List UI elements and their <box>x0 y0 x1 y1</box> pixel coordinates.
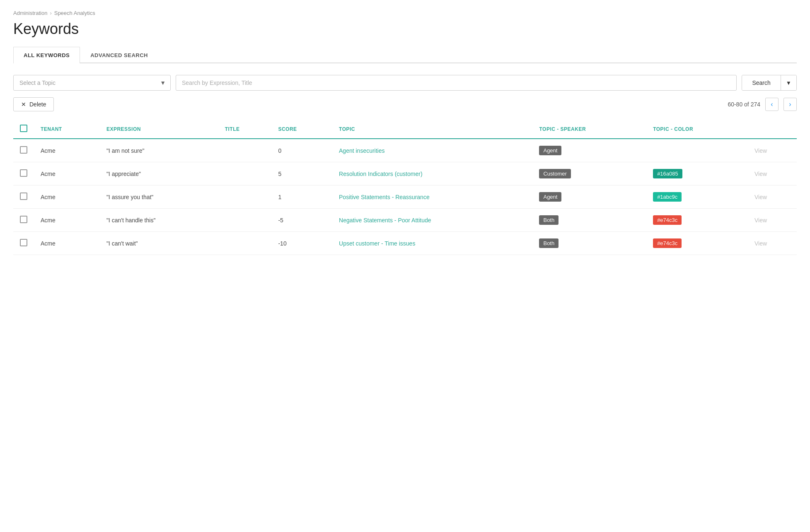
view-link[interactable]: View <box>754 240 767 247</box>
row-topic[interactable]: Agent insecurities <box>332 139 532 162</box>
row-checkbox-cell <box>13 162 34 185</box>
pagination-info: 60-80 of 274 ‹ › <box>728 98 797 111</box>
tab-advanced-search[interactable]: ADVANCED SEARCH <box>80 47 158 63</box>
delete-button[interactable]: ✕ Delete <box>13 97 54 111</box>
table-row: Acme "I am not sure" 0 Agent insecuritie… <box>13 139 797 162</box>
topic-link[interactable]: Agent insecurities <box>339 147 385 154</box>
breadcrumb-separator: › <box>50 10 51 16</box>
view-link[interactable]: View <box>754 147 767 154</box>
row-checkbox-cell <box>13 209 34 232</box>
row-expression: "I can't wait" <box>100 232 218 255</box>
row-checkbox[interactable] <box>20 169 27 177</box>
row-title <box>218 209 272 232</box>
view-link[interactable]: View <box>754 171 767 177</box>
tabs-container: ALL KEYWORDS ADVANCED SEARCH <box>13 46 797 63</box>
table-row: Acme "I can't wait" -10 Upset customer -… <box>13 232 797 255</box>
row-title <box>218 232 272 255</box>
breadcrumb-admin[interactable]: Administration <box>13 10 47 16</box>
row-color <box>646 139 748 162</box>
row-score: 1 <box>271 185 332 209</box>
speaker-badge: Both <box>539 238 559 248</box>
row-expression: "I can't handle this" <box>100 209 218 232</box>
row-expression: "I am not sure" <box>100 139 218 162</box>
pagination-next-button[interactable]: › <box>783 98 797 111</box>
th-tenant: TENANT <box>34 120 100 139</box>
speaker-badge: Customer <box>539 169 571 178</box>
view-link[interactable]: View <box>754 194 767 200</box>
row-score: 0 <box>271 139 332 162</box>
select-all-checkbox[interactable] <box>20 125 27 132</box>
row-checkbox-cell <box>13 232 34 255</box>
row-speaker: Agent <box>532 185 646 209</box>
row-title <box>218 162 272 185</box>
tab-all-keywords[interactable]: ALL KEYWORDS <box>13 47 80 63</box>
th-topic: TOPIC <box>332 120 532 139</box>
topic-select-wrapper: Select a Topic ▼ <box>13 75 171 91</box>
close-icon: ✕ <box>21 101 26 108</box>
keywords-table: TENANT EXPRESSION TITLE SCORE TOPIC TOPI… <box>13 120 797 255</box>
color-badge: #e74c3c <box>653 215 682 225</box>
row-color: #e74c3c <box>646 209 748 232</box>
row-topic[interactable]: Upset customer - Time issues <box>332 232 532 255</box>
color-badge: #16a085 <box>653 169 682 178</box>
row-score: 5 <box>271 162 332 185</box>
row-speaker: Both <box>532 209 646 232</box>
row-tenant: Acme <box>34 162 100 185</box>
color-badge: #1abc9c <box>653 192 682 202</box>
row-score: -10 <box>271 232 332 255</box>
row-view[interactable]: View <box>748 185 797 209</box>
row-checkbox[interactable] <box>20 239 27 246</box>
filters-row: Select a Topic ▼ Search ▼ <box>13 75 797 91</box>
row-tenant: Acme <box>34 232 100 255</box>
row-view[interactable]: View <box>748 209 797 232</box>
topic-link[interactable]: Resolution Indicators (customer) <box>339 171 423 177</box>
row-view[interactable]: View <box>748 139 797 162</box>
th-topic-color: TOPIC - COLOR <box>646 120 748 139</box>
search-dropdown-button[interactable]: ▼ <box>781 75 796 90</box>
search-btn-group: Search ▼ <box>742 75 797 91</box>
row-view[interactable]: View <box>748 232 797 255</box>
row-topic[interactable]: Negative Statements - Poor Attitude <box>332 209 532 232</box>
topic-link[interactable]: Upset customer - Time issues <box>339 240 415 247</box>
row-score: -5 <box>271 209 332 232</box>
row-topic[interactable]: Positive Statements - Reassurance <box>332 185 532 209</box>
table-row: Acme "I can't handle this" -5 Negative S… <box>13 209 797 232</box>
row-speaker: Customer <box>532 162 646 185</box>
pagination-prev-button[interactable]: ‹ <box>765 98 779 111</box>
row-view[interactable]: View <box>748 162 797 185</box>
table-row: Acme "I appreciate" 5 Resolution Indicat… <box>13 162 797 185</box>
row-speaker: Both <box>532 232 646 255</box>
row-tenant: Acme <box>34 139 100 162</box>
row-checkbox[interactable] <box>20 193 27 200</box>
view-link[interactable]: View <box>754 217 767 224</box>
speaker-badge: Agent <box>539 192 561 202</box>
search-input[interactable] <box>176 75 737 91</box>
row-checkbox[interactable] <box>20 216 27 223</box>
row-tenant: Acme <box>34 185 100 209</box>
th-checkbox <box>13 120 34 139</box>
search-button[interactable]: Search <box>742 75 780 90</box>
page-title: Keywords <box>13 20 797 38</box>
row-title <box>218 185 272 209</box>
topic-link[interactable]: Positive Statements - Reassurance <box>339 194 430 200</box>
topic-link[interactable]: Negative Statements - Poor Attitude <box>339 217 431 224</box>
row-checkbox-cell <box>13 139 34 162</box>
delete-label: Delete <box>29 101 46 108</box>
row-topic[interactable]: Resolution Indicators (customer) <box>332 162 532 185</box>
row-checkbox[interactable] <box>20 146 27 154</box>
th-title: TITLE <box>218 120 272 139</box>
table-row: Acme "I assure you that" 1 Positive Stat… <box>13 185 797 209</box>
breadcrumb-speech[interactable]: Speech Analytics <box>54 10 95 16</box>
row-expression: "I appreciate" <box>100 162 218 185</box>
row-color: #e74c3c <box>646 232 748 255</box>
th-score: SCORE <box>271 120 332 139</box>
row-title <box>218 139 272 162</box>
th-expression: EXPRESSION <box>100 120 218 139</box>
color-badge: #e74c3c <box>653 238 682 248</box>
row-speaker: Agent <box>532 139 646 162</box>
row-checkbox-cell <box>13 185 34 209</box>
th-topic-speaker: TOPIC - SPEAKER <box>532 120 646 139</box>
topic-select[interactable]: Select a Topic <box>13 75 171 91</box>
th-actions <box>748 120 797 139</box>
search-input-wrapper <box>176 75 737 91</box>
